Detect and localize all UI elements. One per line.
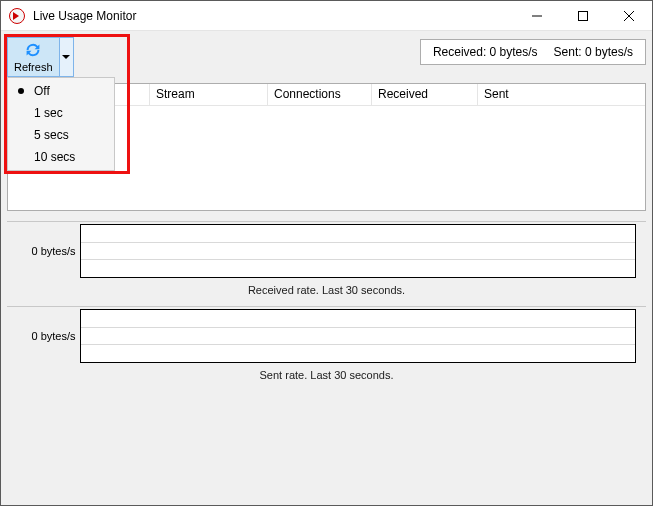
client-area: Refresh Off 1 sec 5 secs 10 secs Receive…: [1, 31, 652, 505]
minimize-button[interactable]: [514, 1, 560, 30]
col-stream[interactable]: Stream: [150, 84, 268, 105]
received-chart-block: 0 bytes/s Received rate. Last 30 seconds…: [7, 224, 646, 296]
app-icon: [9, 8, 25, 24]
refresh-menu-item-5secs[interactable]: 5 secs: [10, 124, 112, 146]
refresh-button[interactable]: Refresh: [8, 38, 59, 76]
col-sent[interactable]: Sent: [478, 84, 645, 105]
refresh-dropdown-toggle[interactable]: [59, 38, 73, 76]
refresh-control: Refresh Off 1 sec 5 secs 10 secs: [7, 37, 74, 77]
close-button[interactable]: [606, 1, 652, 30]
col-connections[interactable]: Connections: [268, 84, 372, 105]
svg-rect-1: [579, 11, 588, 20]
minimize-icon: [532, 11, 542, 21]
chevron-down-icon: [62, 53, 70, 61]
received-chart: [80, 224, 636, 278]
sent-chart-block: 0 bytes/s Sent rate. Last 30 seconds.: [7, 309, 646, 381]
window-title: Live Usage Monitor: [33, 9, 136, 23]
refresh-menu-item-1sec[interactable]: 1 sec: [10, 102, 112, 124]
refresh-menu: Off 1 sec 5 secs 10 secs: [7, 77, 115, 171]
sent-chart-caption: Sent rate. Last 30 seconds.: [260, 369, 394, 381]
sent-chart: [80, 309, 636, 363]
col-received[interactable]: Received: [372, 84, 478, 105]
received-chart-caption: Received rate. Last 30 seconds.: [248, 284, 405, 296]
refresh-menu-item-off[interactable]: Off: [10, 80, 112, 102]
divider: [7, 221, 646, 222]
received-rate-label: Received: 0 bytes/s: [433, 45, 538, 59]
received-chart-ylabel: 0 bytes/s: [18, 245, 78, 257]
window-controls: [514, 1, 652, 30]
divider: [7, 306, 646, 307]
maximize-button[interactable]: [560, 1, 606, 30]
titlebar[interactable]: Live Usage Monitor: [1, 1, 652, 31]
close-icon: [624, 11, 634, 21]
refresh-menu-item-10secs[interactable]: 10 secs: [10, 146, 112, 168]
app-window: Live Usage Monitor Ref: [0, 0, 653, 506]
refresh-label: Refresh: [14, 61, 53, 73]
toolbar: Refresh Off 1 sec 5 secs 10 secs Receive…: [7, 37, 646, 77]
refresh-icon: [23, 42, 43, 61]
sent-rate-label: Sent: 0 bytes/s: [554, 45, 633, 59]
sent-chart-ylabel: 0 bytes/s: [18, 330, 78, 342]
refresh-split-button[interactable]: Refresh: [7, 37, 74, 77]
rate-summary: Received: 0 bytes/s Sent: 0 bytes/s: [420, 39, 646, 65]
maximize-icon: [578, 11, 588, 21]
